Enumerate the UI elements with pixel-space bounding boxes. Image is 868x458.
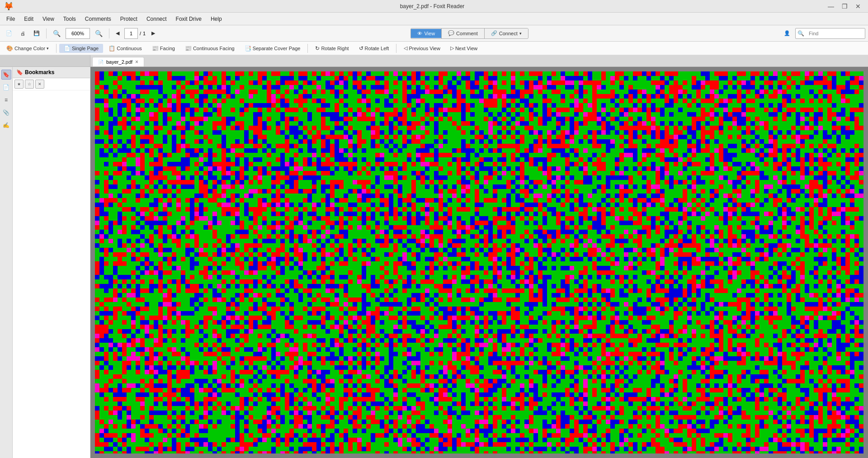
save-icon: 💾 (33, 30, 40, 36)
zoom-in-button[interactable]: 🔍 (92, 28, 106, 39)
pdf-content-area[interactable] (90, 67, 868, 458)
zoom-out-button[interactable]: 🔍 (50, 28, 64, 39)
menu-help[interactable]: Help (206, 14, 226, 24)
rotate-left-icon: ↺ (359, 45, 363, 52)
connect-button[interactable]: 🔗 Connect ▾ (485, 28, 528, 38)
print-icon: 🖨 (20, 31, 25, 36)
rotate-right-icon: ↻ (315, 45, 320, 52)
single-page-icon: 📄 (64, 45, 71, 52)
sub-toolbar: 🎨 Change Color ▾ 📄 Single Page 📋 Continu… (0, 42, 868, 55)
menu-tools[interactable]: Tools (59, 14, 80, 24)
menu-connect[interactable]: Connect (142, 14, 171, 24)
connect-icon: 🔗 (491, 30, 497, 36)
minimize-button[interactable]: — (825, 2, 837, 11)
bookmark-remove-button[interactable]: ☆ (25, 80, 34, 89)
bookmarks-panel: 🔖 Bookmarks ★ ☆ ✕ (13, 67, 90, 458)
continuous-facing-icon: 📰 (185, 45, 192, 52)
change-color-button[interactable]: 🎨 Change Color ▾ (2, 44, 53, 53)
sub-sep-1 (56, 44, 57, 53)
continuous-facing-button[interactable]: 📰 Continuous Facing (180, 44, 239, 53)
menu-view[interactable]: View (38, 14, 59, 24)
menu-edit[interactable]: Edit (19, 14, 38, 24)
tab-close-button[interactable]: × (135, 59, 138, 65)
sidebar-signatures-icon[interactable]: ✍ (1, 120, 11, 130)
bookmark-add-button[interactable]: ★ (14, 80, 24, 89)
new-icon: 📄 (6, 30, 12, 36)
next-page-button[interactable]: ▶ (148, 28, 158, 39)
menu-file[interactable]: File (2, 14, 19, 24)
rotate-left-button[interactable]: ↺ Rotate Left (354, 44, 394, 53)
view-button[interactable]: 👁 View (411, 29, 441, 38)
doc-tab-icon: 📄 (98, 60, 104, 65)
zoom-level[interactable]: 600% (66, 28, 90, 39)
sidebar-layers-icon[interactable]: ≡ (1, 95, 11, 105)
bookmarks-header: 🔖 Bookmarks (13, 67, 90, 78)
comment-button[interactable]: 💬 Comment (442, 28, 484, 38)
pdf-canvas (95, 71, 863, 453)
doc-tab-label: bayer_2.pdf (106, 59, 132, 65)
previous-view-icon: ◁ (404, 45, 407, 51)
window-controls: — ❐ ✕ (825, 2, 864, 11)
document-tab[interactable]: 📄 bayer_2.pdf × (92, 57, 144, 66)
close-button[interactable]: ✕ (852, 2, 864, 11)
bookmarks-header-label: Bookmarks (25, 69, 54, 76)
menu-comments[interactable]: Comments (80, 14, 116, 24)
save-button[interactable]: 💾 (30, 28, 43, 39)
new-button[interactable]: 📄 (3, 28, 15, 39)
next-view-icon: ▷ (450, 45, 454, 51)
main-area: 🔖 📄 ≡ 📎 ✍ 🔖 Bookmarks ★ ☆ ✕ (0, 67, 868, 458)
connect-dropdown-icon: ▾ (519, 31, 522, 36)
right-toolbar: 👤 🔍 (781, 28, 865, 39)
app-logo-icon: 🦊 (4, 1, 14, 11)
separate-cover-icon: 📑 (245, 45, 251, 52)
zoom-out-icon: 🔍 (53, 30, 61, 37)
search-input[interactable] (806, 28, 865, 38)
sidebar-attachments-icon[interactable]: 📎 (1, 108, 11, 118)
menu-foxit-drive[interactable]: Foxit Drive (171, 14, 206, 24)
print-button[interactable]: 🖨 (17, 28, 28, 39)
window-title: bayer_2.pdf - Foxit Reader (40, 3, 825, 9)
restore-button[interactable]: ❐ (838, 2, 851, 11)
sidebar-pages-icon[interactable]: 📄 (1, 82, 11, 92)
bookmarks-toolbar: ★ ☆ ✕ (13, 78, 90, 90)
toolbar-separator-2 (109, 28, 109, 38)
sub-sep-2 (307, 44, 308, 53)
facing-icon: 📰 (152, 45, 159, 52)
separate-cover-page-button[interactable]: 📑 Separate Cover Page (240, 44, 305, 53)
comment-icon: 💬 (448, 30, 454, 36)
user-icon-button[interactable]: 👤 (781, 28, 793, 39)
menu-protect[interactable]: Protect (116, 14, 142, 24)
single-page-button[interactable]: 📄 Single Page (59, 44, 103, 53)
page-total-label: / (140, 31, 141, 36)
page-total: 1 (143, 31, 146, 36)
view-icon: 👁 (417, 31, 422, 36)
color-icon: 🎨 (6, 45, 13, 52)
facing-button[interactable]: 📰 Facing (147, 44, 179, 53)
title-bar: 🦊 bayer_2.pdf - Foxit Reader — ❐ ✕ (0, 0, 868, 13)
zoom-in-icon: 🔍 (95, 30, 103, 37)
bookmark-delete-button[interactable]: ✕ (35, 80, 44, 89)
change-color-dropdown-icon: ▾ (47, 46, 49, 51)
menu-bar: File Edit View Tools Comments Protect Co… (0, 13, 868, 25)
sub-sep-3 (396, 44, 396, 53)
continuous-icon: 📋 (108, 45, 115, 52)
page-number-input[interactable] (124, 28, 138, 39)
sidebar-strip: 🔖 📄 ≡ 📎 ✍ (0, 67, 13, 458)
next-view-button[interactable]: ▷ Next View (446, 44, 482, 52)
main-toolbar: 📄 🖨 💾 🔍 600% 🔍 ◀ / 1 ▶ 👁 View 💬 Comment … (0, 25, 868, 42)
prev-page-button[interactable]: ◀ (113, 28, 123, 39)
sidebar-bookmarks-icon[interactable]: 🔖 (1, 70, 11, 80)
previous-view-button[interactable]: ◁ Previous View (399, 44, 445, 52)
bookmarks-header-icon: 🔖 (16, 69, 23, 76)
rotate-right-button[interactable]: ↻ Rotate Right (311, 44, 353, 53)
continuous-button[interactable]: 📋 Continuous (104, 44, 146, 53)
search-icon: 🔍 (796, 30, 806, 37)
view-mode-group: 👁 View 💬 Comment 🔗 Connect ▾ (410, 28, 528, 39)
user-icon: 👤 (784, 30, 790, 36)
toolbar-separator-1 (46, 28, 47, 38)
